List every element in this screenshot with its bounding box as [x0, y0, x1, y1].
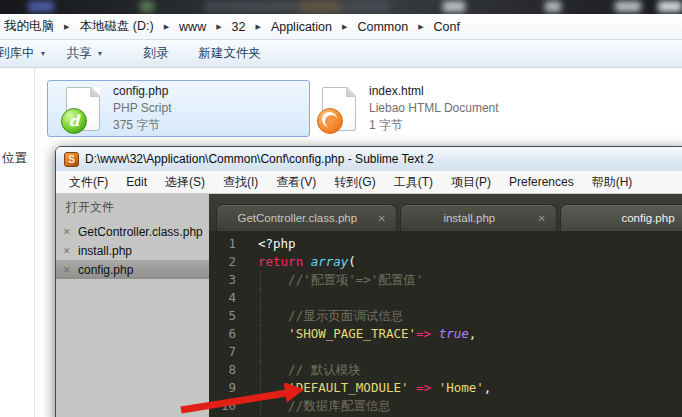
dropdown-caret-icon: ▼ [96, 50, 103, 57]
file-size: 375 字节 [113, 117, 171, 134]
sidebar-open-file[interactable]: ✕config.php [56, 260, 209, 279]
sidebar-file-label: config.php [78, 263, 133, 277]
code-area[interactable]: 1<?php2return array(3 //'配置项'=>'配置值'45 /… [209, 231, 682, 417]
line-number: 10 [209, 397, 236, 415]
code-line: 10 //数据库配置信息 [209, 397, 682, 415]
toolbar-button-burn[interactable]: 刻录 [133, 42, 178, 65]
breadcrumb-separator-icon: ▶ [64, 23, 69, 31]
breadcrumb-separator-icon: ▶ [216, 23, 221, 31]
background-window-blur [140, 1, 154, 12]
sublime-sidebar: 打开文件 ✕GetController.class.php✕install.ph… [56, 194, 209, 417]
sublime-text-window: S D:\www\32\Application\Common\Conf\conf… [55, 146, 682, 417]
code-line: 8 // 默认模块 [209, 361, 682, 379]
breadcrumb-item[interactable]: Application [269, 18, 334, 36]
menu-item[interactable]: 查看(V) [267, 174, 325, 191]
php-script-file-icon: d [66, 87, 100, 131]
breadcrumb: 我的电脑▶本地磁盘 (D:)▶www▶32▶Application▶Common… [0, 16, 462, 37]
line-number: 8 [209, 361, 236, 379]
background-window-blur [658, 1, 682, 12]
line-number: 5 [209, 307, 236, 325]
liebao-html-file-icon [322, 87, 356, 131]
tab-close-icon[interactable]: ✕ [378, 213, 386, 224]
nav-pane-item-label[interactable]: 位置 [2, 150, 27, 167]
code-line: 9 'DEFAULT_MODULE' => 'Home', [209, 379, 682, 397]
open-files-list: ✕GetController.class.php✕install.php✕con… [56, 222, 209, 279]
editor-tab[interactable]: install.php✕ [400, 204, 557, 231]
toolbar-button-include-in-library[interactable]: 到库中▼ [0, 42, 56, 65]
editor-tab[interactable]: GetController.class.php✕ [216, 204, 397, 231]
background-windows-strip [0, 0, 682, 14]
background-window-blur [615, 1, 641, 12]
code-line: 6 'SHOW_PAGE_TRACE'=> true, [209, 325, 682, 343]
open-files-header: 打开文件 [56, 197, 209, 222]
breadcrumb-item[interactable]: 32 [230, 18, 248, 36]
toolbar-button-share[interactable]: 共享▼ [56, 42, 113, 65]
explorer-address-bar: 我的电脑▶本地磁盘 (D:)▶www▶32▶Application▶Common… [0, 14, 682, 40]
line-number: 4 [209, 289, 236, 307]
tab-label: install.php [411, 212, 528, 224]
breadcrumb-separator-icon: ▶ [164, 23, 169, 31]
menu-item[interactable]: Edit [117, 175, 156, 189]
menu-item[interactable]: 转到(G) [325, 174, 384, 191]
sidebar-file-label: install.php [78, 244, 132, 258]
sublime-titlebar[interactable]: S D:\www\32\Application\Common\Conf\conf… [56, 147, 682, 171]
breadcrumb-separator-icon: ▶ [418, 23, 423, 31]
background-window-blur [205, 1, 390, 12]
menu-item[interactable]: 文件(F) [60, 174, 117, 191]
breadcrumb-item[interactable]: Conf [432, 18, 462, 36]
dropdown-caret-icon: ▼ [40, 50, 47, 57]
line-number: 9 [209, 379, 236, 397]
breadcrumb-item[interactable]: 我的电脑 [2, 16, 56, 37]
code-line: 5 //显示页面调试信息 [209, 307, 682, 325]
menu-item[interactable]: 选择(S) [156, 174, 214, 191]
file-name: config.php [113, 83, 171, 100]
background-window-blur [545, 1, 561, 12]
breadcrumb-item[interactable]: 本地磁盘 (D:) [77, 16, 155, 37]
close-icon[interactable]: ✕ [63, 246, 72, 256]
code-line: 4 [209, 289, 682, 307]
breadcrumb-separator-icon: ▶ [342, 23, 347, 31]
sidebar-open-file[interactable]: ✕install.php [56, 241, 209, 260]
line-number: 6 [209, 325, 236, 343]
file-type: Liebao HTML Document [369, 100, 499, 117]
tab-label: config.php [571, 212, 682, 224]
desktop-screenshot: 我的电脑▶本地磁盘 (D:)▶www▶32▶Application▶Common… [0, 0, 682, 417]
sublime-app-icon: S [64, 152, 79, 167]
breadcrumb-item[interactable]: www [177, 18, 208, 36]
code-line: 1<?php [209, 235, 682, 253]
window-title: D:\www\32\Application\Common\Conf\config… [85, 152, 434, 166]
menu-item[interactable]: 查找(I) [214, 174, 267, 191]
line-number: 1 [209, 235, 236, 253]
sidebar-open-file[interactable]: ✕GetController.class.php [56, 222, 209, 241]
editor-tab[interactable]: config.php [560, 204, 682, 231]
file-name: index.html [369, 83, 499, 100]
menu-item[interactable]: 项目(P) [442, 174, 500, 191]
menu-item[interactable]: 帮助(H) [583, 174, 642, 191]
file-size: 1 字节 [369, 117, 499, 134]
line-number: 7 [209, 343, 236, 361]
tab-bar: GetController.class.php✕install.php✕conf… [209, 194, 682, 231]
sublime-body: 打开文件 ✕GetController.class.php✕install.ph… [56, 194, 682, 417]
tab-label: GetController.class.php [227, 212, 368, 224]
file-type: PHP Script [113, 100, 171, 117]
explorer-nav-pane: 位置 [0, 68, 35, 417]
breadcrumb-separator-icon: ▶ [255, 23, 260, 31]
explorer-toolbar: 到库中▼共享▼刻录新建文件夹 [0, 40, 682, 68]
menu-item[interactable]: Preferences [500, 175, 583, 189]
background-window-blur [443, 1, 465, 12]
tab-close-icon[interactable]: ✕ [538, 213, 546, 224]
breadcrumb-item[interactable]: Common [355, 18, 410, 36]
close-icon[interactable]: ✕ [63, 265, 72, 275]
code-line: 3 //'配置项'=>'配置值' [209, 271, 682, 289]
background-window-blur [28, 1, 54, 12]
file-tile[interactable]: index.htmlLiebao HTML Document1 字节 [318, 80, 568, 137]
sidebar-file-label: GetController.class.php [78, 225, 203, 239]
toolbar-button-new-folder[interactable]: 新建文件夹 [188, 42, 271, 65]
file-tile[interactable]: dconfig.phpPHP Script375 字节 [47, 80, 310, 137]
line-number: 3 [209, 271, 236, 289]
editor-area: GetController.class.php✕install.php✕conf… [209, 194, 682, 417]
menu-item[interactable]: 工具(T) [385, 174, 442, 191]
close-icon[interactable]: ✕ [63, 227, 72, 237]
code-line: 7 [209, 343, 682, 361]
code-line: 2return array( [209, 253, 682, 271]
